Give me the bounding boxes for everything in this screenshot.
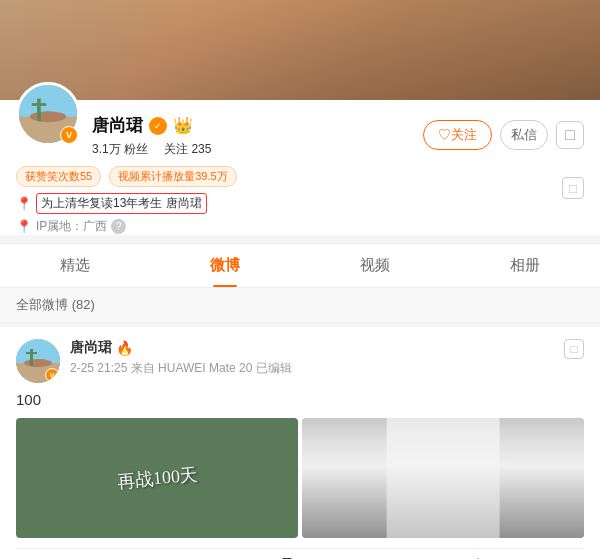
svg-rect-9 xyxy=(26,352,37,354)
following-stat[interactable]: 关注 235 xyxy=(164,141,211,158)
svg-rect-8 xyxy=(30,349,33,366)
post-image-1-text: 再战100天 xyxy=(116,463,199,494)
location-pin-icon: 📍 xyxy=(16,196,32,211)
action-bar: ↺ 9 💬 299 👍 422 xyxy=(16,548,584,559)
follow-area: ♡关注 私信 □ xyxy=(423,120,584,150)
post-fire-icon: 🔥 xyxy=(116,340,133,356)
bio-row: 📍 为上清华复读13年考生 唐尚珺 xyxy=(16,193,584,214)
tag-item[interactable]: 获赞笑次数55 xyxy=(16,166,101,187)
message-button[interactable]: 私信 xyxy=(500,120,548,150)
post-image-2[interactable] xyxy=(302,418,584,538)
post-header: V 唐尚珺 🔥 2-25 21:25 来自 HUAWEI Mate 20 已编辑… xyxy=(16,339,584,383)
corridor-image xyxy=(302,418,584,538)
tag-item[interactable]: 视频累计播放量39.5万 xyxy=(109,166,236,187)
location-label: IP属地：广西 xyxy=(36,218,107,235)
weibo-count: 全部微博 (82) xyxy=(0,288,600,323)
post-avatar[interactable]: V xyxy=(16,339,60,383)
tab-weibo[interactable]: 微博 xyxy=(194,244,256,287)
follow-button[interactable]: ♡关注 xyxy=(423,120,492,150)
avatar-wrap: V xyxy=(16,82,80,146)
post-content: 100 xyxy=(16,391,584,408)
tab-album[interactable]: 相册 xyxy=(494,244,556,287)
location-row: 📍 IP属地：广西 ? xyxy=(16,218,584,235)
help-icon[interactable]: ? xyxy=(111,219,126,234)
profile-section: V 唐尚珺 ✓ 👑 3.1万 粉丝 关注 235 ♡关注 私信 □ xyxy=(0,100,600,235)
post-image-1[interactable]: 再战100天 xyxy=(16,418,298,538)
tab-selected[interactable]: 精选 xyxy=(44,244,106,287)
images-grid: 再战100天 xyxy=(16,418,584,538)
svg-rect-4 xyxy=(32,103,47,106)
followers-stat[interactable]: 3.1万 粉丝 xyxy=(92,141,148,158)
post-name-row: 唐尚珺 🔥 xyxy=(70,339,564,357)
post-time: 2-25 21:25 来自 HUAWEI Mate 20 已编辑 xyxy=(70,360,564,377)
svg-point-7 xyxy=(24,359,52,367)
more-button[interactable]: □ xyxy=(556,121,584,149)
post-section: V 唐尚珺 🔥 2-25 21:25 来自 HUAWEI Mate 20 已编辑… xyxy=(0,327,600,559)
svg-point-2 xyxy=(30,111,66,122)
crown-icon: 👑 xyxy=(173,116,193,135)
vip-badge: V xyxy=(60,126,78,144)
post-author-name: 唐尚珺 xyxy=(70,339,112,357)
verified-icon: ✓ xyxy=(149,117,167,135)
svg-rect-3 xyxy=(37,99,41,122)
tags-row: 获赞笑次数55 视频累计播放量39.5万 xyxy=(16,166,584,187)
side-info-button[interactable]: □ xyxy=(562,177,584,199)
bio-text: 为上清华复读13年考生 唐尚珺 xyxy=(36,193,207,214)
tab-video[interactable]: 视频 xyxy=(344,244,406,287)
tabs-bar: 精选 微博 视频 相册 xyxy=(0,243,600,288)
post-more-button[interactable]: □ xyxy=(564,339,584,359)
post-meta: 唐尚珺 🔥 2-25 21:25 来自 HUAWEI Mate 20 已编辑 xyxy=(70,339,564,377)
post-vip-badge: V xyxy=(45,368,59,382)
location-icon: 📍 xyxy=(16,219,32,234)
profile-name: 唐尚珺 xyxy=(92,114,143,137)
